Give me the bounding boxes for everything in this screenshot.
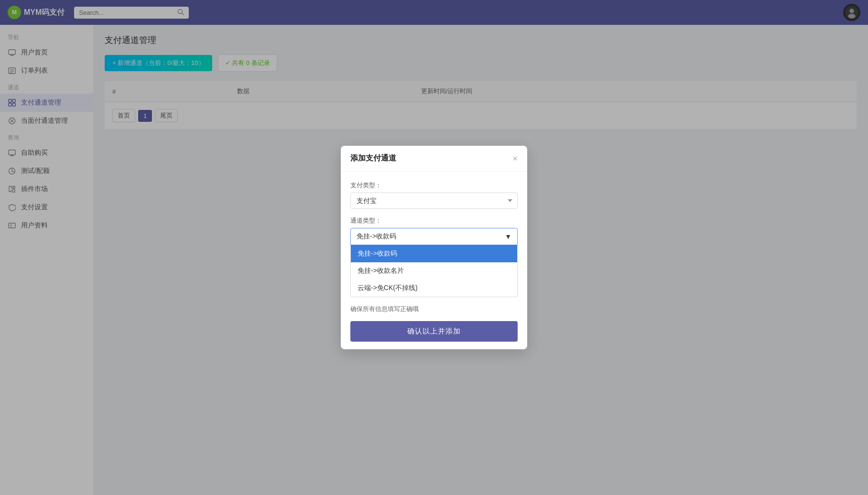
channel-type-value: 免挂->收款码 bbox=[357, 232, 396, 241]
modal-title: 添加支付通道 bbox=[350, 153, 396, 163]
main-content: 支付通道管理 + 新增通道（当前：0/最大：10） ✓ 共有 0 条记录 # 数… bbox=[93, 25, 868, 495]
dropdown-item-0[interactable]: 免挂->收款码 bbox=[351, 245, 517, 262]
channel-type-container: 免挂->收款码 ▼ 免挂->收款码 免挂->收款名片 云端->免CK(不掉线) bbox=[350, 228, 518, 297]
channel-type-group: 通道类型： 免挂->收款码 ▼ 免挂->收款码 免挂->收款名片 云端->免CK… bbox=[350, 216, 518, 297]
modal-body: 支付类型： 支付宝 微信 其他 通道类型： 免挂->收款码 ▼ bbox=[341, 172, 527, 349]
modal-header: 添加支付通道 × bbox=[341, 146, 527, 172]
modal-note: 确保所有信息填写正确哦 bbox=[350, 305, 518, 313]
chevron-down-icon: ▼ bbox=[505, 233, 511, 240]
payment-type-select[interactable]: 支付宝 微信 其他 bbox=[350, 193, 518, 209]
channel-type-label: 通道类型： bbox=[350, 216, 518, 225]
dropdown-item-2[interactable]: 云端->免CK(不掉线) bbox=[351, 280, 517, 297]
add-channel-modal: 添加支付通道 × 支付类型： 支付宝 微信 其他 通道类型： bbox=[341, 146, 527, 349]
modal-close-button[interactable]: × bbox=[512, 154, 518, 163]
confirm-add-button[interactable]: 确认以上并添加 bbox=[350, 321, 518, 342]
channel-type-display[interactable]: 免挂->收款码 ▼ bbox=[350, 228, 518, 245]
modal-overlay: 添加支付通道 × 支付类型： 支付宝 微信 其他 通道类型： bbox=[93, 25, 868, 495]
layout: 导航 用户首页 订单列表 通道 支付通道管理 当面付通道管理 查询 bbox=[0, 25, 868, 495]
payment-type-group: 支付类型： 支付宝 微信 其他 bbox=[350, 181, 518, 209]
payment-type-label: 支付类型： bbox=[350, 181, 518, 190]
channel-type-dropdown: 免挂->收款码 免挂->收款名片 云端->免CK(不掉线) bbox=[350, 245, 518, 297]
dropdown-item-1[interactable]: 免挂->收款名片 bbox=[351, 262, 517, 280]
